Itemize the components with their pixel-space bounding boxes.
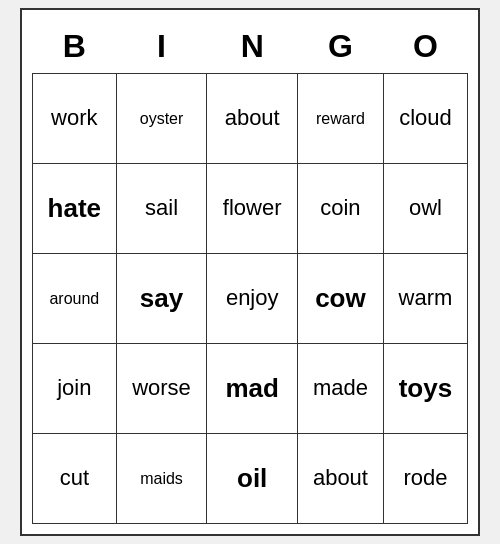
table-cell: hate — [33, 164, 117, 254]
table-cell: sail — [116, 164, 207, 254]
table-row: hatesailflowercoinowl — [33, 164, 468, 254]
table-cell: worse — [116, 344, 207, 434]
header-o: O — [383, 20, 467, 74]
table-row: workoysteraboutrewardcloud — [33, 74, 468, 164]
table-cell: oyster — [116, 74, 207, 164]
table-cell: rode — [383, 434, 467, 524]
cell-word: oil — [237, 463, 267, 493]
table-cell: warm — [383, 254, 467, 344]
table-cell: oil — [207, 434, 298, 524]
table-cell: made — [298, 344, 384, 434]
cell-word: flower — [223, 195, 282, 220]
table-cell: about — [298, 434, 384, 524]
table-cell: coin — [298, 164, 384, 254]
table-cell: cloud — [383, 74, 467, 164]
cell-word: maids — [140, 470, 183, 487]
cell-word: made — [313, 375, 368, 400]
cell-word: work — [51, 105, 97, 130]
table-cell: cow — [298, 254, 384, 344]
table-cell: about — [207, 74, 298, 164]
cell-word: about — [225, 105, 280, 130]
header-g: G — [298, 20, 384, 74]
table-cell: around — [33, 254, 117, 344]
cell-word: owl — [409, 195, 442, 220]
cell-word: coin — [320, 195, 360, 220]
cell-word: mad — [225, 373, 278, 403]
header-row: B I N G O — [33, 20, 468, 74]
table-cell: join — [33, 344, 117, 434]
cell-word: join — [57, 375, 91, 400]
table-cell: mad — [207, 344, 298, 434]
table-cell: owl — [383, 164, 467, 254]
cell-word: toys — [399, 373, 452, 403]
table-cell: maids — [116, 434, 207, 524]
table-cell: reward — [298, 74, 384, 164]
table-cell: flower — [207, 164, 298, 254]
cell-word: sail — [145, 195, 178, 220]
table-cell: work — [33, 74, 117, 164]
table-row: joinworsemadmadetoys — [33, 344, 468, 434]
table-cell: cut — [33, 434, 117, 524]
cell-word: oyster — [140, 110, 184, 127]
cell-word: hate — [48, 193, 101, 223]
cell-word: rode — [403, 465, 447, 490]
table-row: aroundsayenjoycowwarm — [33, 254, 468, 344]
table-row: cutmaidsoilaboutrode — [33, 434, 468, 524]
table-cell: toys — [383, 344, 467, 434]
header-b: B — [33, 20, 117, 74]
cell-word: cloud — [399, 105, 452, 130]
cell-word: warm — [399, 285, 453, 310]
cell-word: worse — [132, 375, 191, 400]
table-cell: say — [116, 254, 207, 344]
cell-word: say — [140, 283, 183, 313]
bingo-card: B I N G O workoysteraboutrewardcloudhate… — [20, 8, 480, 536]
bingo-table: B I N G O workoysteraboutrewardcloudhate… — [32, 20, 468, 524]
bingo-body: workoysteraboutrewardcloudhatesailflower… — [33, 74, 468, 524]
table-cell: enjoy — [207, 254, 298, 344]
header-i: I — [116, 20, 207, 74]
cell-word: enjoy — [226, 285, 279, 310]
cell-word: cut — [60, 465, 89, 490]
cell-word: reward — [316, 110, 365, 127]
cell-word: around — [49, 290, 99, 307]
cell-word: about — [313, 465, 368, 490]
cell-word: cow — [315, 283, 366, 313]
header-n: N — [207, 20, 298, 74]
